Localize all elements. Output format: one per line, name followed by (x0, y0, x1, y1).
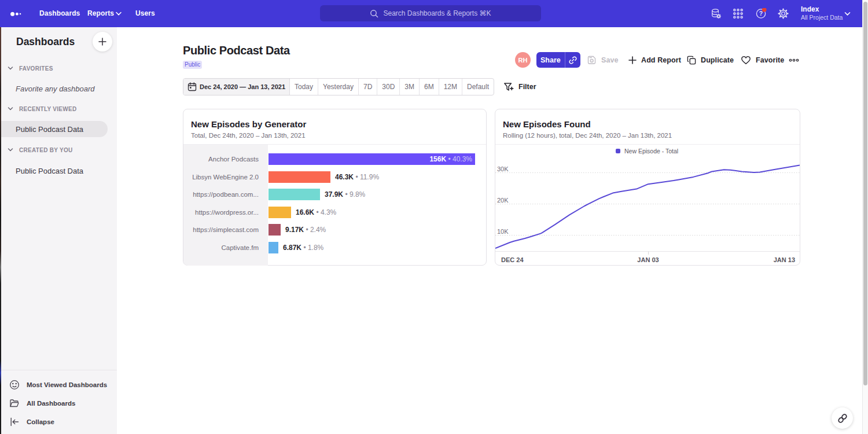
svg-text:JAN 03: JAN 03 (637, 256, 659, 263)
svg-text:30K: 30K (497, 165, 509, 172)
svg-text:DEC 24: DEC 24 (501, 256, 524, 263)
svg-text:20K: 20K (497, 197, 509, 204)
svg-text:?: ? (759, 10, 763, 17)
svg-text:10K: 10K (497, 228, 509, 235)
svg-text:JAN 13: JAN 13 (774, 256, 795, 263)
